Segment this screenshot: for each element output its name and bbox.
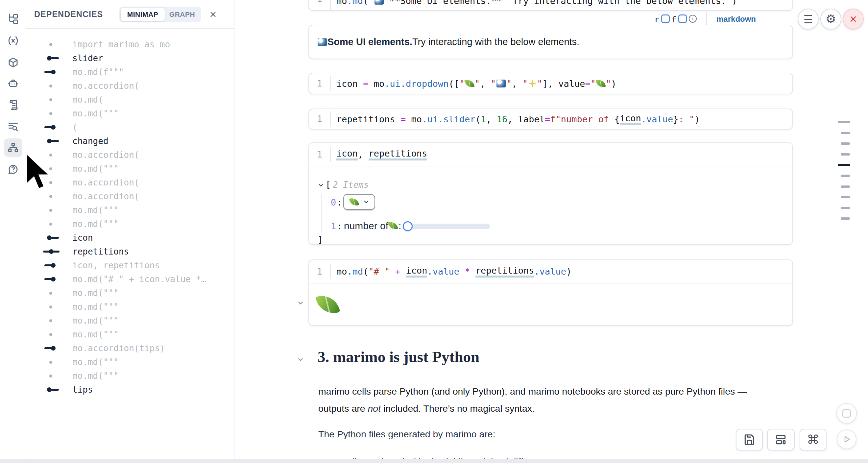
stop-button[interactable]: [836, 403, 857, 424]
minimap-row-label: mo.accordion(: [72, 191, 140, 201]
run-button[interactable]: [837, 429, 857, 449]
minimap-row[interactable]: mo.accordion(tips): [26, 341, 234, 355]
minimap-row[interactable]: tips: [26, 383, 234, 397]
minimap-row[interactable]: icon, repetitions: [26, 258, 234, 272]
minimap-row[interactable]: (: [26, 120, 234, 134]
minimap-row[interactable]: mo.md(f""": [26, 65, 234, 79]
cell-indicator-dash[interactable]: [841, 196, 850, 198]
code-area[interactable]: 1 icon, repetitions: [309, 143, 793, 166]
minimap-row[interactable]: mo.accordion(: [26, 176, 234, 189]
tab-graph[interactable]: GRAPH: [165, 8, 199, 21]
file-tree-icon[interactable]: [6, 12, 20, 26]
dependency-marker-icon: [43, 383, 61, 397]
dependencies-icon[interactable]: [6, 141, 20, 155]
minimap-row-label: mo.md(""": [72, 357, 119, 367]
r-checkbox[interactable]: [661, 14, 670, 23]
cell-indicator-dash[interactable]: [838, 164, 850, 166]
layout-button[interactable]: [767, 429, 795, 451]
dependency-marker-icon: [43, 258, 61, 272]
minimap-row[interactable]: mo.md(""": [26, 217, 234, 231]
dependency-marker-icon: [43, 355, 61, 369]
markdown-language-label[interactable]: markdown: [716, 14, 756, 24]
shortcuts-button[interactable]: ⌘: [800, 429, 827, 451]
minimap-row[interactable]: mo.md(""": [26, 300, 234, 314]
section-collapse-icon[interactable]: [297, 356, 304, 363]
slider-label: number of: [344, 220, 388, 232]
minimap-row[interactable]: mo.md("# " + icon.value *…: [26, 272, 234, 286]
minimap-row[interactable]: slider: [26, 51, 234, 65]
minimap-row[interactable]: mo.md(""": [26, 106, 234, 120]
outline-search-icon[interactable]: [6, 119, 20, 134]
cell-indicator-dash[interactable]: [841, 207, 850, 209]
code-line[interactable]: repetitions = mo.ui.slider(1, 16, label=…: [331, 113, 700, 125]
repetitions-slider-track[interactable]: [408, 224, 490, 229]
cell-intro-markdown[interactable]: 1 mo.md(" **Some UI elements.** Try inte…: [308, 0, 793, 11]
help-icon[interactable]: [6, 162, 20, 177]
f-checkbox[interactable]: [678, 14, 687, 23]
shutdown-button[interactable]: [843, 8, 864, 30]
minimap-row[interactable]: icon: [26, 231, 234, 245]
variables-icon[interactable]: [6, 34, 20, 48]
r-toggle-label: r: [654, 15, 659, 24]
code-area[interactable]: 1 mo.md("# " + icon.value * repetitions.…: [309, 260, 793, 283]
bottom-scrollbar[interactable]: [0, 459, 868, 463]
cell-indicator-dash[interactable]: [841, 132, 850, 134]
minimap-row[interactable]: mo.md(""": [26, 369, 234, 383]
cell-indicator-dash[interactable]: [841, 217, 850, 220]
ai-assistant-icon[interactable]: [6, 76, 20, 91]
dependency-marker-icon: [43, 286, 61, 300]
minimap-row-label: mo.md(""": [72, 288, 119, 298]
info-icon[interactable]: i: [689, 15, 697, 23]
minimap-row[interactable]: import marimo as mo: [26, 37, 234, 51]
cell-slider-code[interactable]: 1 repetitions = mo.ui.slider(1, 16, labe…: [308, 109, 793, 129]
settings-button[interactable]: ⚙: [820, 8, 841, 30]
line-number: 1: [309, 0, 330, 4]
icon-dropdown[interactable]: [343, 194, 375, 210]
snippets-icon[interactable]: [6, 98, 20, 112]
minimap-row[interactable]: mo.md(: [26, 93, 234, 106]
dependency-marker-icon: [43, 231, 61, 245]
repetitions-slider-knob[interactable]: [403, 221, 413, 231]
leaf-icon: [388, 220, 398, 231]
code-line[interactable]: icon = mo.ui.dropdown(["", "", ""], valu…: [331, 79, 617, 89]
code-line[interactable]: icon, repetitions: [331, 148, 427, 160]
panel-close-icon[interactable]: [209, 10, 218, 19]
packages-icon[interactable]: [6, 55, 20, 70]
cell-indicator-dash[interactable]: [841, 175, 850, 177]
minimap-row[interactable]: mo.accordion(: [26, 79, 234, 93]
code-line[interactable]: mo.md("# " + icon.value * repetitions.va…: [331, 266, 571, 278]
minimap-row[interactable]: mo.md(""": [26, 355, 234, 369]
icon-rail: [0, 0, 26, 463]
bracket-open: [: [326, 179, 331, 189]
dependency-marker-icon: [43, 106, 61, 120]
cell-indicator-dash[interactable]: [841, 143, 850, 145]
minimap-row[interactable]: changed: [26, 134, 234, 148]
tab-minimap[interactable]: MINIMAP: [121, 8, 165, 21]
line-number: 1: [309, 150, 330, 159]
cell-indicator-dash[interactable]: [838, 121, 850, 123]
cell-divider: [309, 283, 793, 283]
tree-collapse-icon[interactable]: [318, 182, 324, 188]
minimap-row[interactable]: repetitions: [26, 245, 234, 258]
save-button[interactable]: [736, 429, 763, 451]
output-collapse-icon[interactable]: [297, 299, 304, 306]
minimap-row[interactable]: mo.md(""": [26, 203, 234, 217]
minimap-row[interactable]: mo.md(""": [26, 162, 234, 176]
cell-md-leaf: 1 mo.md("# " + icon.value * repetitions.…: [308, 259, 793, 326]
minimap-row-label: mo.md(""": [72, 371, 119, 381]
cell-indicator-dash[interactable]: [841, 153, 850, 156]
code-line[interactable]: mo.md(" **Some UI elements.** Try intera…: [331, 0, 737, 6]
cell-indicator-dash[interactable]: [841, 185, 850, 188]
mouse-cursor: [26, 153, 53, 191]
menu-button[interactable]: [798, 8, 819, 30]
minimap-row[interactable]: mo.accordion(: [26, 189, 234, 203]
minimap-row-label: mo.md("# " + icon.value *…: [72, 274, 206, 284]
close-icon: [848, 14, 858, 24]
minimap-row[interactable]: mo.md(""": [26, 314, 234, 328]
minimap-row[interactable]: mo.md(""": [26, 328, 234, 341]
minimap-row[interactable]: mo.accordion(: [26, 148, 234, 162]
cell-dropdown-code[interactable]: 1 icon = mo.ui.dropdown(["", "", ""], va…: [308, 73, 793, 94]
minimap-row[interactable]: mo.md(""": [26, 286, 234, 300]
minimap-row-label: slider: [72, 53, 103, 63]
cell-output-banner: Some UI elements. Try interacting with t…: [308, 25, 793, 59]
